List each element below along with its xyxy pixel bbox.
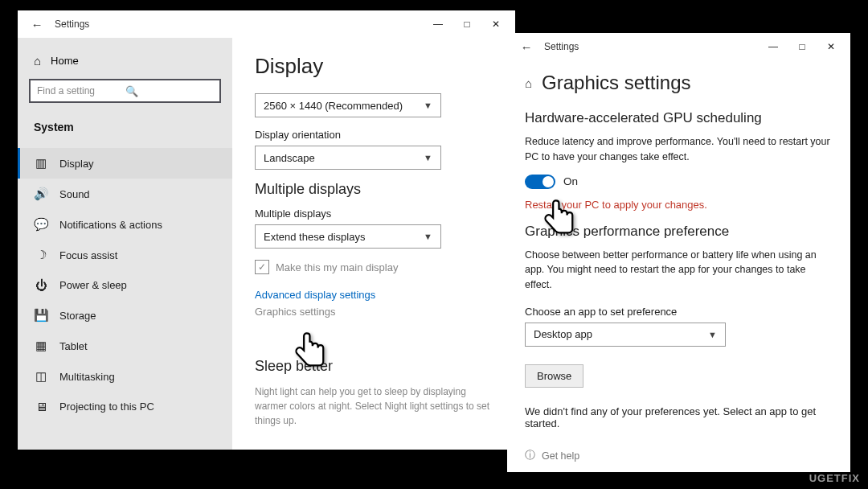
chevron-down-icon: ▼ [424, 101, 432, 110]
page-title-row: ⌂ Graphics settings [525, 72, 833, 94]
search-placeholder: Find a setting [37, 85, 125, 97]
chevron-down-icon: ▼ [424, 232, 432, 241]
app-title: Settings [51, 18, 424, 30]
nav-label: Display [59, 158, 94, 170]
gpu-scheduling-heading: Hardware-accelerated GPU scheduling [525, 110, 833, 126]
orientation-value: Landscape [264, 152, 315, 164]
nav-label: Power & sleep [59, 279, 127, 291]
multiple-displays-label: Multiple displays [255, 208, 493, 220]
nav-label: Projecting to this PC [59, 401, 154, 413]
main-content: Display 2560 × 1440 (Recommended) ▼ Disp… [232, 38, 515, 450]
sidebar-item-projecting-to-this-pc[interactable]: 🖥Projecting to this PC [18, 392, 232, 421]
notif-icon: 💬 [34, 217, 48, 232]
minimize-button[interactable]: ― [424, 10, 452, 38]
help-icon: ⓘ [525, 449, 535, 462]
watermark: UGETFIX [809, 472, 860, 484]
gpu-toggle[interactable] [525, 175, 555, 189]
sound-icon: 🔊 [34, 187, 48, 201]
sleep-better-description: Night light can help you get to sleep by… [255, 384, 493, 428]
no-preferences-message: We didn't find any of your preferences y… [525, 405, 833, 429]
performance-preference-heading: Graphics performance preference [525, 224, 833, 240]
sidebar-item-focus-assist[interactable]: ☽Focus assist [18, 240, 232, 270]
chevron-down-icon: ▼ [708, 330, 717, 339]
orientation-label: Display orientation [255, 129, 493, 141]
restart-message: Restart your PC to apply your changes. [525, 199, 833, 211]
minimize-button[interactable]: ― [759, 33, 788, 60]
resolution-value: 2560 × 1440 (Recommended) [264, 100, 403, 112]
close-button[interactable]: ✕ [817, 33, 845, 60]
nav-label: Notifications & actions [59, 219, 162, 231]
performance-preference-description: Choose between better performance or bat… [525, 248, 833, 293]
window-controls: ― □ ✕ [424, 10, 510, 38]
close-button[interactable]: ✕ [481, 10, 510, 38]
settings-window-graphics: ← Settings ― □ ✕ ⌂ Graphics settings Har… [507, 33, 850, 472]
tablet-icon: ▦ [34, 339, 48, 353]
browse-button[interactable]: Browse [525, 364, 583, 388]
back-arrow-icon[interactable]: ← [23, 18, 51, 31]
sidebar-system-header: System [18, 116, 232, 148]
toggle-knob [542, 176, 554, 187]
nav-label: Storage [59, 310, 96, 322]
sidebar-home[interactable]: ⌂ Home [18, 49, 232, 79]
gpu-scheduling-description: Reduce latency and improve performance. … [525, 134, 833, 165]
sidebar-item-multitasking[interactable]: ◫Multitasking [18, 361, 232, 392]
nav-label: Tablet [59, 340, 88, 352]
chevron-down-icon: ▼ [424, 153, 432, 162]
home-icon[interactable]: ⌂ [525, 76, 532, 90]
storage-icon: 💾 [34, 308, 48, 323]
power-icon: ⏻ [34, 278, 48, 292]
sidebar-item-display[interactable]: ▥Display [18, 148, 232, 179]
advanced-display-link[interactable]: Advanced display settings [255, 289, 493, 301]
back-arrow-icon[interactable]: ← [512, 40, 541, 54]
multi-icon: ◫ [34, 369, 48, 384]
nav-label: Sound [59, 188, 90, 200]
display-icon: ▥ [34, 156, 48, 171]
gpu-toggle-row: On [525, 175, 833, 189]
nav-label: Multitasking [59, 371, 115, 383]
focus-icon: ☽ [34, 248, 48, 262]
home-label: Home [51, 55, 79, 67]
project-icon: 🖥 [34, 400, 48, 413]
multiple-displays-heading: Multiple displays [255, 181, 493, 198]
search-icon: 🔍 [125, 85, 214, 97]
maximize-button[interactable]: □ [452, 10, 481, 38]
orientation-dropdown[interactable]: Landscape ▼ [255, 146, 441, 170]
maximize-button[interactable]: □ [788, 33, 817, 60]
sidebar-item-storage[interactable]: 💾Storage [18, 300, 232, 331]
app-title: Settings [541, 41, 759, 52]
toggle-state-label: On [563, 175, 578, 187]
sidebar-item-notifications-actions[interactable]: 💬Notifications & actions [18, 209, 232, 240]
choose-app-label: Choose an app to set preference [525, 306, 833, 318]
app-type-value: Desktop app [534, 328, 592, 340]
main-display-label: Make this my main display [276, 261, 398, 273]
get-help-label: Get help [542, 450, 579, 462]
checkbox-icon: ✓ [255, 260, 269, 274]
sleep-better-heading: Sleep better [255, 358, 493, 375]
layout: ⌂ Home Find a setting 🔍 System ▥Display🔊… [18, 38, 515, 450]
sidebar-item-tablet[interactable]: ▦Tablet [18, 331, 232, 361]
app-type-dropdown[interactable]: Desktop app ▼ [525, 323, 726, 347]
window-controls: ― □ ✕ [759, 33, 845, 60]
multiple-displays-value: Extend these displays [264, 231, 365, 243]
sidebar-item-power-sleep[interactable]: ⏻Power & sleep [18, 270, 232, 300]
main-content: ⌂ Graphics settings Hardware-accelerated… [507, 60, 850, 429]
get-help-link[interactable]: ⓘ Get help [525, 449, 579, 462]
page-title: Graphics settings [542, 72, 690, 94]
main-display-checkbox: ✓ Make this my main display [255, 260, 493, 274]
resolution-dropdown[interactable]: 2560 × 1440 (Recommended) ▼ [255, 93, 441, 117]
titlebar: ← Settings ― □ ✕ [18, 10, 515, 38]
titlebar: ← Settings ― □ ✕ [507, 33, 850, 60]
settings-window-display: ← Settings ― □ ✕ ⌂ Home Find a setting 🔍… [18, 10, 515, 450]
nav-label: Focus assist [59, 249, 117, 261]
home-icon: ⌂ [34, 54, 41, 68]
sidebar: ⌂ Home Find a setting 🔍 System ▥Display🔊… [18, 38, 232, 450]
search-input[interactable]: Find a setting 🔍 [29, 79, 221, 103]
multiple-displays-dropdown[interactable]: Extend these displays ▼ [255, 224, 441, 249]
graphics-settings-link[interactable]: Graphics settings [255, 306, 493, 318]
sidebar-item-sound[interactable]: 🔊Sound [18, 179, 232, 209]
page-title: Display [255, 54, 493, 79]
